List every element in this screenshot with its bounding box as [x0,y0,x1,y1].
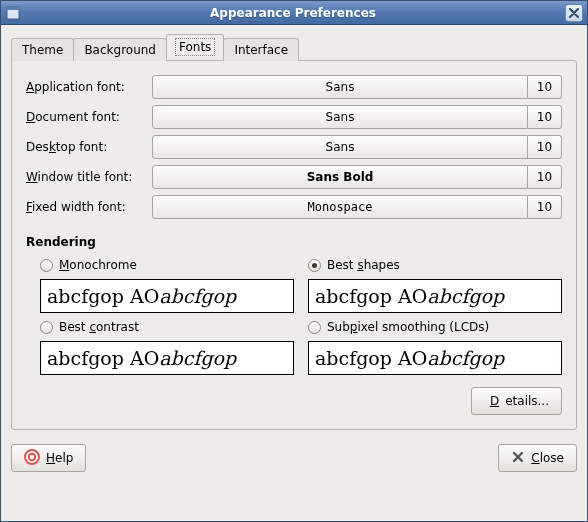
tab-background[interactable]: Background [73,38,167,61]
subpixel-radio[interactable] [308,321,321,334]
client-area: Theme Background Fonts Interface Applica… [1,25,587,440]
application-font-label: Application font: [26,80,146,94]
window-title-font-row: Window title font: Sans Bold 10 [26,165,562,189]
best-shapes-radio[interactable] [308,259,321,272]
monochrome-radio[interactable] [40,259,53,272]
font-rows: Application font: Sans 10 Document font:… [26,75,562,219]
details-button[interactable]: Details... [471,387,562,415]
application-font-name[interactable]: Sans [152,75,528,99]
close-button[interactable]: Close [498,444,577,472]
fixed-width-font-label: Fixed width font: [26,200,146,214]
desktop-font-name[interactable]: Sans [152,135,528,159]
titlebar[interactable]: Appearance Preferences [1,1,587,25]
window-title-font-size[interactable]: 10 [528,165,562,189]
window-title: Appearance Preferences [21,6,565,20]
best-contrast-sample: abcfgop AO abcfgop [40,341,294,375]
tab-fonts[interactable]: Fonts [166,34,224,60]
fixed-width-font-size[interactable]: 10 [528,195,562,219]
close-icon [511,450,525,467]
subpixel-label: Subpixel smoothing (LCDs) [327,320,489,334]
window-close-button[interactable] [565,4,583,22]
best-contrast-option[interactable]: Best contrast [40,317,294,337]
svg-rect-1 [7,7,19,10]
desktop-font-size[interactable]: 10 [528,135,562,159]
document-font-picker[interactable]: Sans 10 [152,105,562,129]
tabs-strip: Theme Background Fonts Interface [11,35,577,60]
application-font-picker[interactable]: Sans 10 [152,75,562,99]
best-shapes-label: Best shapes [327,258,400,272]
application-font-row: Application font: Sans 10 [26,75,562,99]
desktop-font-label: Desktop font: [26,140,146,154]
subpixel-sample: abcfgop AO abcfgop [308,341,562,375]
fonts-tabpanel: Application font: Sans 10 Document font:… [11,60,577,430]
window-title-font-label: Window title font: [26,170,146,184]
monochrome-sample: abcfgop AO abcfgop [40,279,294,313]
appearance-preferences-window: Appearance Preferences Theme Background … [0,0,588,522]
window-title-font-name[interactable]: Sans Bold [152,165,528,189]
monochrome-option[interactable]: Monochrome [40,255,294,275]
document-font-row: Document font: Sans 10 [26,105,562,129]
desktop-font-picker[interactable]: Sans 10 [152,135,562,159]
svg-point-2 [25,450,39,464]
document-font-size[interactable]: 10 [528,105,562,129]
window-title-font-picker[interactable]: Sans Bold 10 [152,165,562,189]
fixed-width-font-name[interactable]: Monospace [152,195,528,219]
monochrome-label: Monochrome [59,258,137,272]
fixed-width-font-picker[interactable]: Monospace 10 [152,195,562,219]
document-font-name[interactable]: Sans [152,105,528,129]
help-button[interactable]: Help [11,444,86,472]
best-contrast-label: Best contrast [59,320,139,334]
window-icon [5,5,21,21]
rendering-grid: Monochrome Best shapes abcfgop AO abcfgo… [26,255,562,375]
rendering-heading: Rendering [26,235,562,249]
desktop-font-row: Desktop font: Sans 10 [26,135,562,159]
bottom-bar: Help Close [1,440,587,482]
tab-interface[interactable]: Interface [223,38,299,61]
best-contrast-radio[interactable] [40,321,53,334]
best-shapes-option[interactable]: Best shapes [308,255,562,275]
details-row: Details... [26,387,562,415]
tab-theme[interactable]: Theme [11,38,74,61]
subpixel-option[interactable]: Subpixel smoothing (LCDs) [308,317,562,337]
fixed-width-font-row: Fixed width font: Monospace 10 [26,195,562,219]
help-icon [24,449,40,468]
document-font-label: Document font: [26,110,146,124]
application-font-size[interactable]: 10 [528,75,562,99]
best-shapes-sample: abcfgop AO abcfgop [308,279,562,313]
